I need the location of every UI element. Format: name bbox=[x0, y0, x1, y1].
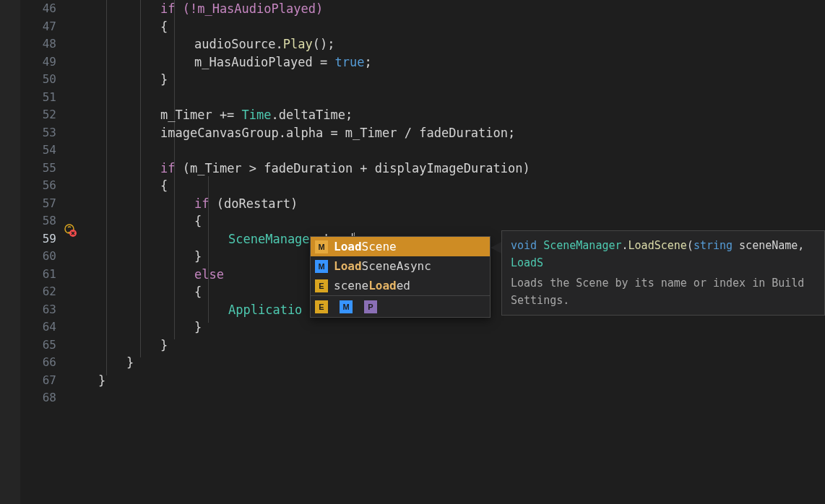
code-text: (m_Timer > fadeDuration + displayImageDu… bbox=[175, 161, 530, 175]
autocomplete-kind-icon: M bbox=[315, 260, 328, 273]
code-text: if (!m_HasAudioPlayed) bbox=[78, 1, 323, 16]
code-line[interactable]: } bbox=[78, 354, 825, 372]
doc-keyword: void bbox=[511, 239, 537, 252]
autocomplete-filter-e[interactable]: E bbox=[315, 300, 328, 313]
autocomplete-label: LoadSceneAsync bbox=[334, 259, 485, 273]
autocomplete-filter-p[interactable]: P bbox=[364, 300, 377, 313]
code-text: Time bbox=[242, 108, 272, 122]
sidebar-strip bbox=[0, 0, 20, 504]
code-text: } bbox=[78, 373, 105, 388]
doc-method: LoadScene bbox=[629, 239, 687, 252]
code-line[interactable]: m_HasAudioPlayed = true; bbox=[78, 53, 825, 71]
tooltip-arrow-icon bbox=[491, 242, 501, 253]
autocomplete-kind-icon: E bbox=[315, 279, 328, 292]
doc-param-name: sceneName, bbox=[733, 239, 804, 252]
gutter: 4647484950515253545556575859606162636465… bbox=[0, 0, 78, 504]
code-line[interactable]: audioSource.Play(); bbox=[78, 35, 825, 53]
code-text: audioSource bbox=[194, 37, 276, 51]
code-text: imageCanvasGroup.alpha = m_Timer / fadeD… bbox=[78, 126, 515, 140]
autocomplete-filter-m[interactable]: M bbox=[340, 300, 353, 313]
code-text: true bbox=[334, 55, 364, 69]
code-text: (); bbox=[313, 37, 335, 51]
code-text: { bbox=[78, 178, 168, 193]
code-text: } bbox=[78, 72, 168, 87]
code-text: { bbox=[78, 214, 202, 228]
autocomplete-label: LoadScene bbox=[334, 240, 485, 253]
code-text: Applicatio bbox=[78, 303, 302, 317]
code-text: } bbox=[78, 249, 202, 264]
code-line[interactable]: { bbox=[78, 212, 825, 230]
autocomplete-item[interactable]: EsceneLoaded bbox=[311, 276, 490, 295]
doc-text: ( bbox=[687, 239, 694, 252]
code-line[interactable] bbox=[78, 142, 825, 160]
code-text: { bbox=[78, 284, 202, 299]
code-text: } bbox=[78, 320, 202, 334]
doc-text: . bbox=[622, 239, 629, 252]
code-text: ; bbox=[364, 55, 371, 69]
code-text: if bbox=[160, 161, 175, 175]
code-text: } bbox=[78, 338, 168, 352]
documentation-tooltip: void SceneManager.LoadScene(string scene… bbox=[501, 230, 825, 316]
code-text: (doRestart) bbox=[209, 196, 298, 211]
code-text: SceneManager bbox=[228, 232, 317, 246]
code-line[interactable]: if (doRestart) bbox=[78, 195, 825, 213]
autocomplete-popup[interactable]: MLoadSceneMLoadSceneAsyncEsceneLoaded EM… bbox=[310, 236, 491, 318]
code-line[interactable]: } bbox=[78, 372, 825, 390]
code-line[interactable] bbox=[78, 89, 825, 107]
code-line[interactable]: { bbox=[78, 18, 825, 36]
doc-param-type: LoadS bbox=[511, 256, 543, 269]
code-text: else bbox=[78, 267, 224, 282]
code-line[interactable]: if (m_Timer > fadeDuration + displayImag… bbox=[78, 160, 825, 178]
doc-description: Loads the Scene by its name or index in … bbox=[511, 274, 816, 309]
code-text: } bbox=[78, 355, 134, 370]
code-line[interactable]: m_Timer += Time.deltaTime; bbox=[78, 106, 825, 124]
doc-param-type: string bbox=[694, 239, 733, 252]
autocomplete-item[interactable]: MLoadScene bbox=[311, 237, 490, 256]
autocomplete-kind-icon: M bbox=[315, 240, 328, 253]
code-text: { bbox=[78, 19, 168, 34]
code-text: . bbox=[276, 37, 283, 51]
autocomplete-item[interactable]: MLoadSceneAsync bbox=[311, 256, 490, 276]
autocomplete-label: sceneLoaded bbox=[334, 279, 485, 292]
code-text: Play bbox=[283, 37, 313, 51]
code-line[interactable]: } bbox=[78, 71, 825, 89]
code-line[interactable]: imageCanvasGroup.alpha = m_Timer / fadeD… bbox=[78, 124, 825, 142]
code-text: m_Timer += bbox=[160, 108, 242, 122]
code-line[interactable]: if (!m_HasAudioPlayed) bbox=[78, 0, 825, 18]
autocomplete-filter-bar: EMP bbox=[311, 295, 490, 317]
code-text: if bbox=[194, 196, 209, 211]
code-text: m_HasAudioPlayed = bbox=[194, 55, 334, 69]
doc-class: SceneManager bbox=[543, 239, 621, 252]
lightbulb-error-icon[interactable] bbox=[64, 224, 77, 237]
code-text: .deltaTime; bbox=[272, 108, 353, 122]
code-line[interactable]: } bbox=[78, 336, 825, 355]
code-line[interactable] bbox=[78, 389, 825, 407]
code-line[interactable]: } bbox=[78, 318, 825, 336]
code-line[interactable]: { bbox=[78, 177, 825, 195]
doc-signature: void SceneManager.LoadScene(string scene… bbox=[511, 237, 816, 271]
